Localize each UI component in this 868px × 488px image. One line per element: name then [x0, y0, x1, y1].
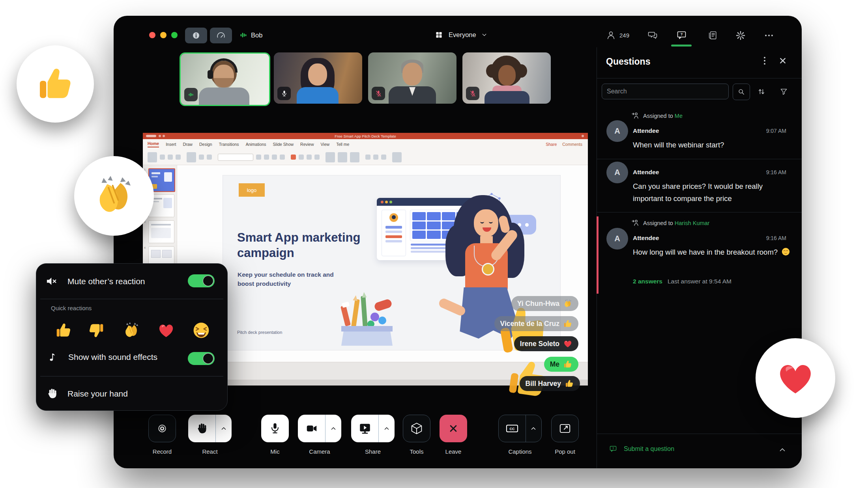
notes-button[interactable] — [707, 30, 718, 41]
raise-hand-label: Raise your hand — [67, 389, 128, 399]
avatar: A — [606, 120, 628, 142]
heart-bubble — [756, 338, 835, 418]
record-label: Record — [135, 448, 190, 455]
answers-row[interactable]: 2 answers Last answer at 9:54 AM — [633, 278, 731, 285]
search-icon — [737, 88, 746, 96]
question-author: Attendee — [633, 127, 659, 134]
reaction-pill-name: Vicente de la Cruz — [500, 320, 559, 328]
qa-button[interactable] — [676, 30, 687, 41]
assigned-to-name: Me — [675, 113, 683, 119]
ppt-tab: Review — [300, 142, 314, 147]
ppt-tab: Home — [148, 141, 159, 147]
mute-reactions-toggle[interactable] — [188, 274, 215, 287]
ppt-tab: Slide Show — [273, 142, 294, 147]
answers-count-link[interactable]: 2 answers — [633, 278, 662, 285]
minimize-window-button[interactable] — [160, 32, 166, 38]
record-button[interactable] — [148, 415, 176, 442]
popout-button[interactable] — [551, 415, 579, 442]
raise-hand-row[interactable]: Raise your hand — [46, 387, 128, 400]
layout-selector[interactable]: Everyone — [434, 30, 488, 40]
layout-label: Everyone — [449, 31, 476, 39]
video-tile-3[interactable] — [368, 52, 456, 104]
reaction-pill: Vicente de la Cruz — [494, 316, 578, 331]
submit-question-button[interactable]: Submit a question — [609, 445, 674, 453]
settings-button[interactable] — [735, 30, 746, 41]
sort-button[interactable] — [756, 87, 766, 97]
ppt-comments-button: Comments — [562, 142, 582, 147]
slide-pencil-box-illustration — [341, 292, 396, 348]
laugh-reaction-button[interactable] — [192, 321, 210, 339]
share-options-chevron[interactable] — [379, 425, 395, 432]
mic-button[interactable] — [261, 415, 289, 442]
thumbs-down-reaction-button[interactable] — [87, 321, 105, 339]
thumbs-up-reaction-button[interactable] — [54, 321, 73, 339]
mic-muted-icon — [469, 90, 477, 97]
question-time: 9:07 AM — [766, 128, 786, 134]
clap-reaction-button[interactable] — [122, 321, 140, 339]
sound-effects-row[interactable]: Show with sound effects — [47, 351, 157, 363]
reaction-pill: Irene Soleto — [514, 336, 578, 351]
pop-out-icon — [558, 422, 572, 435]
filter-button[interactable] — [779, 87, 788, 96]
leave-button[interactable] — [440, 415, 467, 442]
tools-cube-icon — [410, 421, 424, 436]
assigned-indicator-bar — [597, 216, 599, 294]
react-label: React — [182, 448, 238, 455]
mic-icon — [281, 90, 288, 97]
panel-more-button[interactable] — [759, 55, 770, 66]
search-input[interactable] — [602, 84, 729, 99]
assigned-to-name: Harish Kumar — [675, 220, 710, 226]
captions-button[interactable] — [498, 415, 542, 442]
raise-hand-icon — [46, 387, 59, 400]
sound-effects-toggle[interactable] — [188, 352, 215, 365]
mute-reactions-row[interactable]: Mute other’s reaction — [45, 274, 145, 288]
video-tile-1[interactable] — [180, 52, 270, 106]
search-button[interactable] — [733, 84, 750, 100]
share-button[interactable] — [351, 415, 395, 442]
assign-icon — [631, 112, 640, 120]
ppt-document-title: Free Smart App Pitch Deck Template — [143, 134, 588, 138]
close-window-button[interactable] — [149, 32, 155, 38]
connection-quality-button[interactable] — [210, 28, 232, 43]
mic-icon — [268, 422, 282, 435]
question-author: Attendee — [633, 235, 659, 242]
captions-options-chevron[interactable] — [526, 425, 541, 432]
zoom-window-button[interactable] — [171, 32, 178, 38]
ppt-share-button: Share — [546, 142, 557, 147]
assigned-row: Assigned to Me — [631, 112, 683, 120]
collapse-chevron[interactable] — [778, 445, 787, 454]
react-options-chevron[interactable] — [216, 425, 232, 432]
qa-active-indicator — [671, 45, 692, 47]
meeting-info-button[interactable] — [185, 28, 207, 43]
participant-count: 249 — [619, 32, 629, 39]
chat-button[interactable] — [647, 30, 658, 41]
camera-label: Camera — [292, 448, 347, 455]
ppt-tab: View — [321, 142, 330, 147]
video-tile-2[interactable] — [274, 52, 362, 104]
chevron-up-icon — [220, 425, 227, 432]
participants-button[interactable]: 249 — [606, 30, 629, 41]
chevron-up-icon — [330, 425, 337, 432]
heart-reaction-button[interactable] — [157, 321, 175, 339]
thumbs-up-emoji — [563, 319, 572, 328]
avatar: A — [606, 162, 628, 183]
assign-icon — [631, 219, 640, 227]
thumbs-up-emoji — [565, 379, 574, 388]
tools-button[interactable] — [403, 415, 430, 442]
raised-hand-icon — [195, 422, 209, 435]
thumbs-up-emoji — [35, 63, 76, 104]
clap-emoji — [92, 174, 136, 218]
react-button[interactable] — [188, 415, 232, 442]
assigned-row: Assigned to Harish Kumar — [631, 219, 709, 227]
audio-bars-icon — [187, 91, 195, 99]
heart-emoji — [775, 358, 816, 399]
ppt-titlebar: Free Smart App Pitch Deck Template — [143, 133, 588, 139]
ppt-tab: Tell me — [336, 142, 349, 147]
ppt-ribbon-tabs: Home Insert Draw Design Transitions Anim… — [143, 139, 588, 149]
video-tile-4[interactable] — [462, 52, 551, 104]
more-options-button[interactable] — [763, 30, 774, 41]
camera-button[interactable] — [298, 415, 341, 442]
panel-close-button[interactable] — [777, 55, 788, 66]
info-icon — [190, 30, 202, 41]
camera-options-chevron[interactable] — [326, 425, 341, 432]
